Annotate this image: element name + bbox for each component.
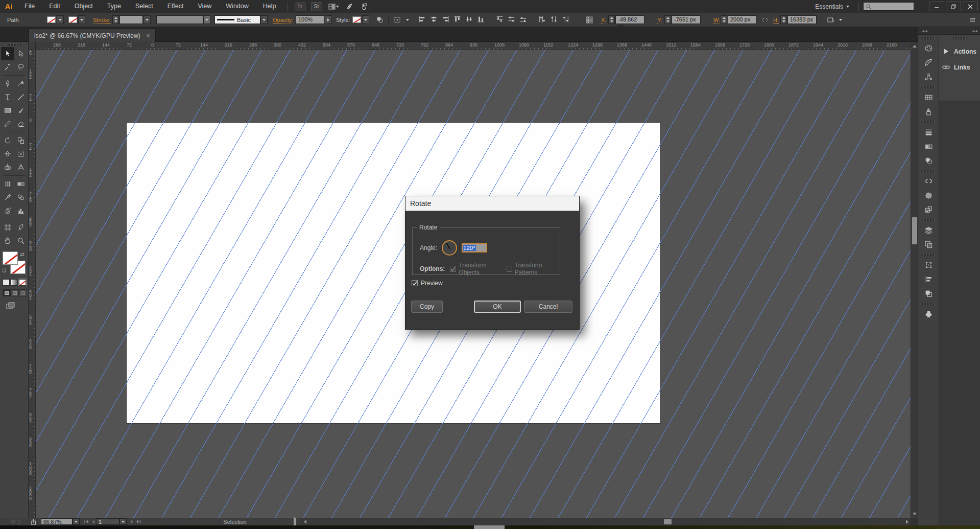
menu-item-view[interactable]: View	[190, 0, 219, 13]
zoom-dropdown[interactable]	[73, 518, 80, 525]
panel-grip[interactable]	[953, 37, 967, 39]
select-similar-icon[interactable]	[393, 16, 401, 24]
perspective-grid-tool[interactable]	[14, 160, 28, 174]
blend-tool[interactable]	[14, 191, 28, 204]
panel-tab-swatches[interactable]	[918, 90, 939, 104]
panel-tab-align-panel[interactable]	[918, 272, 939, 286]
touch-workspace-button[interactable]	[360, 3, 368, 11]
artboard-dropdown[interactable]	[119, 518, 127, 525]
last-artboard-icon[interactable]	[136, 519, 141, 524]
menu-item-window[interactable]: Window	[219, 0, 255, 13]
search-input[interactable]	[863, 2, 914, 11]
h-stepper[interactable]	[780, 15, 787, 24]
draw-behind-button[interactable]	[11, 289, 19, 296]
panel-tab-actions[interactable]: Actions	[939, 43, 980, 59]
panel-tab-pathfinder[interactable]	[918, 286, 939, 301]
reference-point-icon[interactable]	[585, 16, 593, 24]
document-setup-icon[interactable]	[376, 16, 384, 24]
document-tab[interactable]: iso2* @ 66.67% (CMYK/GPU Preview) ×	[29, 29, 156, 42]
hand-tool[interactable]	[1, 234, 14, 247]
fill-swatch[interactable]	[47, 16, 56, 23]
ruler-corner[interactable]	[29, 42, 36, 50]
fill-dropdown[interactable]	[57, 15, 64, 24]
vertical-scrollbar[interactable]	[911, 42, 918, 518]
select-similar-dropdown[interactable]	[404, 15, 411, 24]
x-field[interactable]: -49.862 px	[615, 15, 644, 24]
panel-tab-appearance[interactable]	[918, 188, 939, 202]
menu-item-file[interactable]: File	[17, 0, 42, 13]
dist-bottom-button[interactable]	[519, 15, 528, 24]
draw-normal-button[interactable]	[3, 289, 11, 296]
panel-tab-layers[interactable]	[918, 223, 939, 237]
magic-wand-tool[interactable]	[1, 60, 14, 74]
angle-dial[interactable]	[442, 240, 457, 256]
line-segment-tool[interactable]	[14, 90, 28, 104]
preview-checkbox[interactable]: Preview	[412, 280, 443, 287]
panel-tab-color-themes[interactable]	[918, 70, 939, 84]
panel-tab-symbols[interactable]	[918, 307, 939, 321]
eyedropper-tool[interactable]	[1, 191, 14, 204]
menu-item-select[interactable]: Select	[128, 0, 160, 13]
stock-button[interactable]: St	[311, 2, 322, 11]
panel-tab-artboards[interactable]	[918, 237, 939, 251]
constrain-proportions-icon[interactable]	[761, 16, 769, 24]
selection-tool[interactable]	[1, 47, 14, 60]
panel-tab-color-guide[interactable]	[918, 55, 939, 70]
transform-objects-checkbox[interactable]: Transform Objects	[450, 262, 501, 276]
scroll-right-icon[interactable]	[903, 518, 911, 525]
dist-right-button[interactable]	[561, 15, 570, 24]
panel-tab-links[interactable]: Links	[939, 59, 980, 75]
panel-tab-stroke-panel[interactable]	[918, 125, 939, 139]
direct-selection-tool[interactable]	[14, 47, 28, 60]
style-swatch[interactable]	[352, 16, 361, 23]
restore-button[interactable]	[946, 2, 961, 11]
fill-color-indicator[interactable]	[3, 251, 18, 265]
panel-group-grip[interactable]	[922, 86, 935, 88]
slice-tool[interactable]	[14, 221, 28, 234]
lasso-tool[interactable]	[14, 60, 28, 74]
zoom-tool[interactable]	[14, 234, 28, 247]
free-transform-tool[interactable]	[14, 147, 28, 160]
symbol-sprayer-tool[interactable]	[1, 204, 14, 217]
stroke-swatch[interactable]	[68, 16, 77, 23]
y-field[interactable]: -7651 px	[672, 15, 701, 24]
panel-tab-color[interactable]	[918, 41, 939, 55]
y-stepper[interactable]	[664, 15, 671, 24]
color-button[interactable]	[3, 279, 10, 286]
w-field[interactable]: 2000 px	[728, 15, 757, 24]
dist-left-button[interactable]	[538, 15, 546, 24]
width-tool[interactable]	[1, 147, 14, 160]
panel-group-grip[interactable]	[922, 303, 935, 305]
stroke-weight-dropdown[interactable]	[144, 15, 151, 24]
status-expand-icon[interactable]	[294, 519, 296, 525]
panel-group-grip[interactable]	[922, 37, 935, 39]
menu-item-effect[interactable]: Effect	[160, 0, 191, 13]
bridge-button[interactable]: Br	[295, 2, 306, 11]
share-icon[interactable]	[30, 518, 38, 525]
stroke-dropdown[interactable]	[78, 15, 85, 24]
panel-tab-transparency[interactable]	[918, 153, 939, 168]
control-panel-menu-icon[interactable]	[968, 16, 976, 24]
zoom-level-field[interactable]: 66.67%	[41, 518, 73, 525]
close-button[interactable]	[963, 2, 978, 11]
mesh-tool[interactable]	[1, 177, 14, 191]
menu-item-help[interactable]: Help	[256, 0, 283, 13]
stroke-weight-field[interactable]	[119, 15, 143, 24]
scale-tool[interactable]	[14, 134, 28, 147]
ok-button[interactable]: OK	[474, 301, 521, 313]
rotate-tool[interactable]	[1, 134, 14, 147]
h-field[interactable]: 16383 px	[787, 15, 817, 24]
eraser-tool[interactable]	[14, 117, 28, 130]
variable-width-dropdown[interactable]	[203, 15, 210, 24]
copy-button[interactable]: Copy	[411, 301, 443, 313]
pen-tool[interactable]	[1, 77, 14, 90]
scroll-up-icon[interactable]	[911, 42, 918, 50]
default-fill-stroke-icon[interactable]: ❏	[2, 268, 6, 273]
style-dropdown[interactable]	[362, 15, 369, 24]
horizontal-ruler[interactable]: 2882161447207214421628836043250457664872…	[36, 42, 911, 50]
transform-patterns-checkbox[interactable]: Transform Patterns	[507, 262, 560, 276]
panel-group-grip[interactable]	[922, 121, 935, 123]
align-center-h-button[interactable]	[429, 15, 438, 24]
pencil-tool[interactable]	[1, 117, 14, 130]
angle-input[interactable]: 120°	[462, 243, 487, 252]
